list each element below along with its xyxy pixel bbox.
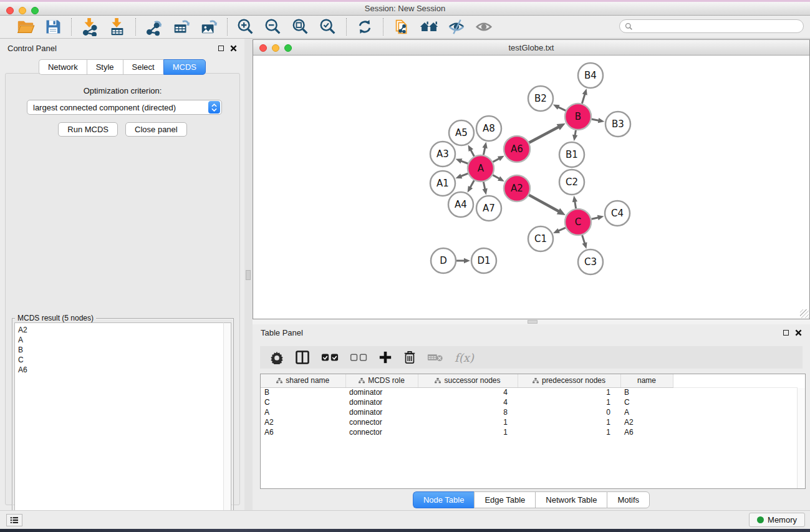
- table-cell[interactable]: A: [620, 407, 673, 417]
- task-history-button[interactable]: [6, 514, 22, 526]
- column-chooser-icon[interactable]: [295, 350, 310, 365]
- tab-edge-table[interactable]: Edge Table: [474, 491, 535, 508]
- tab-node-table[interactable]: Node Table: [413, 491, 475, 508]
- network-resize-grip[interactable]: [800, 309, 809, 318]
- zoom-out-icon[interactable]: [264, 17, 282, 36]
- export-table-icon[interactable]: [172, 17, 191, 36]
- column-header-successor-nodes[interactable]: successor nodes: [418, 374, 518, 387]
- window-controls[interactable]: [6, 7, 39, 14]
- hide-panel-icon[interactable]: [447, 17, 466, 36]
- table-cell[interactable]: 1: [518, 427, 620, 437]
- graph-edge[interactable]: [557, 107, 566, 110]
- column-header-shared-name[interactable]: shared name: [261, 374, 345, 387]
- table-cell[interactable]: C: [620, 397, 673, 407]
- tab-motifs[interactable]: Motifs: [607, 491, 650, 508]
- table-cell[interactable]: A2: [261, 417, 345, 427]
- table-cell[interactable]: A6: [261, 427, 345, 437]
- table-cell[interactable]: B: [620, 387, 673, 397]
- graph-edge[interactable]: [557, 228, 566, 231]
- table-scrollbar[interactable]: [797, 388, 805, 488]
- export-network-icon[interactable]: [145, 17, 163, 36]
- close-panel-icon[interactable]: [230, 45, 237, 52]
- splitter-grip[interactable]: [246, 270, 251, 280]
- maximize-network-button[interactable]: [284, 44, 292, 52]
- close-network-button[interactable]: [259, 44, 267, 52]
- table-cell[interactable]: A6: [620, 427, 673, 437]
- zoom-selected-icon[interactable]: [319, 17, 337, 36]
- table-cell[interactable]: dominator: [345, 407, 418, 417]
- table-cell[interactable]: A2: [620, 417, 673, 427]
- delete-row-trash-icon[interactable]: [403, 350, 416, 365]
- refresh-layout-icon[interactable]: [355, 17, 374, 36]
- save-session-icon[interactable]: [44, 17, 62, 36]
- show-panel-icon[interactable]: [475, 17, 493, 36]
- horizontal-splitter[interactable]: [253, 319, 810, 324]
- node-table[interactable]: shared name MCDS role successor nodes pr…: [260, 374, 806, 489]
- graph-edge[interactable]: [529, 195, 559, 212]
- table-row[interactable]: A2connector11A2: [261, 417, 798, 427]
- table-row[interactable]: Bdominator41B: [261, 387, 798, 397]
- table-cell[interactable]: [673, 417, 798, 427]
- table-cell[interactable]: connector: [345, 427, 418, 437]
- close-window-button[interactable]: [6, 7, 14, 14]
- graph-edge[interactable]: [529, 127, 559, 143]
- table-cell[interactable]: 1: [418, 427, 518, 437]
- table-cell[interactable]: 1: [518, 417, 620, 427]
- result-list-item[interactable]: A: [18, 335, 231, 345]
- table-cell[interactable]: B: [261, 387, 345, 397]
- table-cell[interactable]: 4: [418, 397, 518, 407]
- table-cell[interactable]: 0: [518, 407, 620, 417]
- table-row[interactable]: Adominator80A: [261, 407, 798, 417]
- table-cell[interactable]: A: [261, 407, 345, 417]
- result-list-scrollbar[interactable]: [223, 322, 231, 530]
- run-mcds-button[interactable]: Run MCDS: [58, 122, 118, 137]
- table-cell[interactable]: [673, 427, 798, 437]
- minimize-window-button[interactable]: [19, 7, 26, 14]
- result-list-item[interactable]: C: [18, 355, 231, 365]
- deselect-all-checks-icon[interactable]: [350, 350, 367, 365]
- table-cell[interactable]: 8: [418, 407, 518, 417]
- mcds-result-list[interactable]: A2ABCA6: [14, 322, 231, 530]
- column-header-mcds-role[interactable]: MCDS role: [345, 374, 418, 387]
- tab-style[interactable]: Style: [87, 59, 123, 75]
- new-network-from-file-icon[interactable]: [392, 17, 411, 36]
- column-header-predecessor-nodes[interactable]: predecessor nodes: [518, 374, 620, 387]
- table-cell[interactable]: connector: [345, 417, 418, 427]
- float-table-panel-icon[interactable]: [783, 330, 789, 336]
- network-canvas[interactable]: B4B2BB3B1A5A8A6A3AA1A4A7A2C2C4CC1C3DD1: [253, 56, 809, 319]
- zoom-fit-icon[interactable]: [291, 17, 310, 36]
- graph-edge[interactable]: [582, 94, 585, 104]
- result-list-item[interactable]: B: [18, 345, 231, 355]
- tab-mcds[interactable]: MCDS: [163, 59, 206, 75]
- minimize-network-button[interactable]: [272, 44, 279, 52]
- network-graph[interactable]: B4B2BB3B1A5A8A6A3AA1A4A7A2C2C4CC1C3DD1: [253, 56, 809, 319]
- float-panel-icon[interactable]: [218, 46, 224, 51]
- criterion-dropdown[interactable]: largest connected component (directed): [27, 100, 222, 115]
- home-icon[interactable]: [420, 17, 438, 36]
- table-cell[interactable]: [673, 387, 798, 397]
- graph-edge[interactable]: [470, 180, 474, 188]
- close-table-panel-icon[interactable]: [795, 329, 802, 336]
- table-cell[interactable]: 1: [518, 397, 620, 407]
- table-cell[interactable]: 4: [418, 387, 518, 397]
- search-input[interactable]: [636, 22, 798, 31]
- export-image-icon[interactable]: [200, 17, 218, 36]
- network-window-controls[interactable]: [259, 44, 292, 52]
- close-panel-button[interactable]: Close panel: [125, 122, 187, 137]
- result-list-item[interactable]: A2: [18, 325, 231, 335]
- graph-edge[interactable]: [582, 235, 585, 244]
- table-row[interactable]: A6connector11A6: [261, 427, 798, 437]
- table-options-gear-icon[interactable]: [270, 350, 284, 365]
- table-row[interactable]: Cdominator41C: [261, 397, 798, 407]
- import-network-icon[interactable]: [80, 17, 99, 36]
- zoom-in-icon[interactable]: [236, 17, 255, 36]
- tab-select[interactable]: Select: [123, 59, 163, 75]
- delete-table-icon[interactable]: [427, 350, 443, 365]
- tab-network-table[interactable]: Network Table: [535, 491, 607, 508]
- table-cell[interactable]: [673, 407, 798, 417]
- vertical-splitter[interactable]: [244, 39, 253, 510]
- column-header-name[interactable]: name: [620, 374, 673, 387]
- add-row-icon[interactable]: [378, 350, 392, 365]
- open-folder-icon[interactable]: [16, 17, 35, 36]
- table-cell[interactable]: C: [261, 397, 345, 407]
